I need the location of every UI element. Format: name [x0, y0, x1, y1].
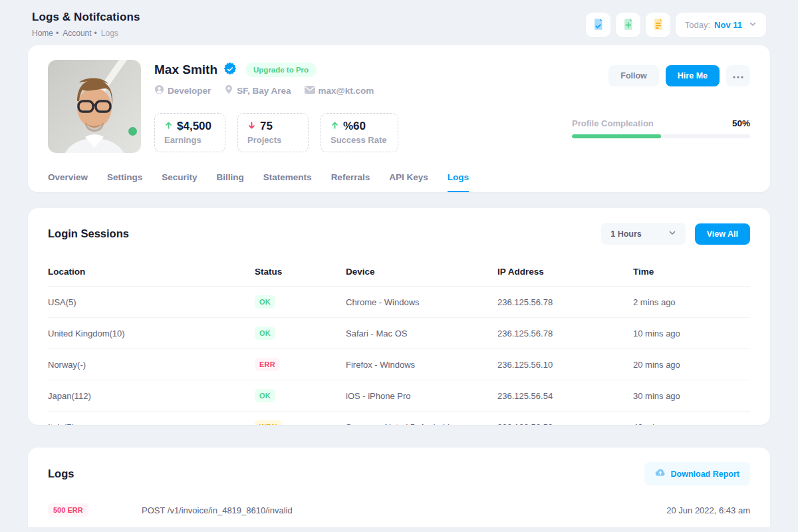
cell-location: Italy(5): [48, 414, 255, 426]
profile-meta-label: Developer: [168, 86, 211, 96]
breadcrumb-item[interactable]: Account: [63, 29, 91, 38]
cloud-download-icon: [655, 468, 666, 479]
table-row[interactable]: USA(5) OK Chrome - Windows 236.125.56.78…: [48, 287, 750, 318]
profile-name: Max Smith: [154, 63, 217, 77]
tab-overview[interactable]: Overview: [48, 172, 88, 192]
avatar-image: [48, 60, 141, 153]
file-lines-icon: [652, 18, 664, 33]
status-badge: WRN: [255, 420, 282, 425]
stat-label: Projects: [247, 135, 297, 145]
table-row[interactable]: Italy(5) WRN Samsung Noted 5- Android 23…: [48, 412, 750, 425]
cell-time: 40 mins ago: [633, 414, 750, 426]
date-value: Nov 11: [714, 20, 742, 30]
status-badge: ERR: [255, 358, 280, 371]
log-row[interactable]: 500 ERR POST /v1/invoice/in_4819_8610/in…: [48, 503, 750, 517]
stat-box: %60 Success Rate: [321, 113, 398, 152]
hire-me-button[interactable]: Hire Me: [666, 65, 720, 86]
logs-title: Logs: [48, 467, 74, 480]
log-status-badge: 500 ERR: [48, 503, 88, 517]
arrow-up-icon: [164, 120, 173, 133]
cell-time: 10 mins ago: [633, 320, 750, 347]
sessions-table-body: USA(5) OK Chrome - Windows 236.125.56.78…: [48, 287, 750, 425]
profile-stats: $4,500 Earnings 75 Projects %60 Success …: [154, 113, 559, 152]
cell-device: Firefox - Windows: [346, 351, 497, 378]
sessions-title: Login Sessions: [48, 227, 129, 240]
breadcrumb-separator: •: [94, 29, 97, 38]
tab-security[interactable]: Security: [162, 172, 197, 192]
chevron-down-icon: [746, 20, 757, 30]
user-icon: [154, 84, 164, 96]
stat-value: $4,500: [177, 120, 211, 133]
cell-device: Samsung Noted 5- Android: [346, 414, 497, 426]
download-report-button[interactable]: Download Report: [644, 462, 750, 485]
file-plus-icon: [622, 18, 634, 33]
topbar: Logs & Notifcations Home•Account•Logs To…: [0, 0, 798, 38]
hours-filter-select[interactable]: 1 Hours: [601, 223, 686, 245]
arrow-down-icon: [247, 120, 256, 133]
cell-location: Norway(-): [48, 351, 255, 378]
sessions-table-header: LocationStatusDeviceIP AddressTime: [48, 259, 750, 287]
stat-value: 75: [260, 120, 273, 133]
ellipsis-icon: [733, 71, 743, 80]
cell-device: iOS - iPhone Pro: [346, 382, 497, 410]
progress-fill: [572, 134, 661, 138]
log-date: 20 Jun 2022, 6:43 am: [666, 505, 750, 515]
stat-label: Success Rate: [331, 135, 387, 145]
pin-icon: [224, 84, 233, 96]
page-title: Logs & Notifcations: [32, 11, 140, 24]
log-path: POST /v1/invoice/in_4819_8610/invalid: [142, 505, 666, 515]
date-selector[interactable]: Today: Nov 11: [676, 13, 766, 37]
profile-meta-item: Developer: [154, 84, 211, 96]
status-badge: OK: [255, 327, 275, 340]
column-header: Time: [633, 259, 750, 286]
cell-location: USA(5): [48, 289, 255, 316]
sessions-table: LocationStatusDeviceIP AddressTime USA(5…: [48, 259, 750, 425]
profile-meta: Developer SF, Bay Area max@kt.com: [154, 84, 559, 96]
table-row[interactable]: Japan(112) OK iOS - iPhone Pro 236.125.5…: [48, 380, 750, 412]
profile-meta-label: SF, Bay Area: [237, 86, 291, 96]
cell-ip: 236.125.56.54: [497, 382, 633, 410]
table-row[interactable]: Norway(-) ERR Firefox - Windows 236.125.…: [48, 349, 750, 380]
stat-label: Earnings: [164, 135, 214, 145]
file-check-button[interactable]: [586, 13, 610, 37]
progress-bar: [572, 134, 750, 138]
column-header: Location: [48, 259, 255, 286]
breadcrumb-item[interactable]: Home: [32, 29, 53, 38]
topbar-actions: Today: Nov 11: [586, 13, 766, 37]
avatar: [48, 60, 141, 153]
chevron-down-icon: [668, 229, 676, 239]
profile-meta-item: SF, Bay Area: [224, 84, 291, 96]
login-sessions-card: Login Sessions 1 Hours View All Location…: [28, 208, 770, 425]
follow-button[interactable]: Follow: [608, 65, 659, 86]
file-lines-button[interactable]: [646, 13, 670, 37]
breadcrumb: Home•Account•Logs: [32, 29, 140, 38]
tab-billing[interactable]: Billing: [217, 172, 244, 192]
breadcrumb-separator: •: [56, 29, 59, 38]
profile-card: Max Smith Upgrade to Pro Developer SF, B…: [28, 45, 770, 192]
tab-settings[interactable]: Settings: [107, 172, 142, 192]
column-header: Status: [255, 259, 346, 286]
tab-statements[interactable]: Statements: [263, 172, 312, 192]
file-check-icon: [592, 18, 604, 33]
cell-device: Chrome - Windows: [346, 289, 497, 316]
cell-time: 2 mins ago: [633, 289, 750, 316]
table-row[interactable]: United Kingdom(10) OK Safari - Mac OS 23…: [48, 318, 750, 349]
tab-logs[interactable]: Logs: [448, 172, 469, 192]
more-options-button[interactable]: [726, 65, 750, 86]
progress-value: 50%: [732, 118, 750, 128]
hours-filter-value: 1 Hours: [610, 229, 642, 239]
cell-ip: 236.125.56.10: [497, 351, 633, 378]
file-plus-button[interactable]: [616, 13, 640, 37]
cell-ip: 236.125.56.78: [497, 289, 633, 316]
tab-referrals[interactable]: Referrals: [331, 172, 370, 192]
profile-right: Follow Hire Me Profile Compleation 50%: [572, 60, 750, 153]
column-header: Device: [346, 259, 497, 286]
profile-meta-item: max@kt.com: [305, 84, 374, 96]
profile-meta-label: max@kt.com: [319, 86, 374, 96]
verified-badge-icon: [223, 62, 237, 78]
breadcrumb-item[interactable]: Logs: [101, 29, 118, 38]
upgrade-pro-badge[interactable]: Upgrade to Pro: [245, 63, 317, 77]
profile-info: Max Smith Upgrade to Pro Developer SF, B…: [154, 60, 559, 153]
view-all-button[interactable]: View All: [695, 223, 750, 245]
tab-api-keys[interactable]: API Keys: [389, 172, 428, 192]
